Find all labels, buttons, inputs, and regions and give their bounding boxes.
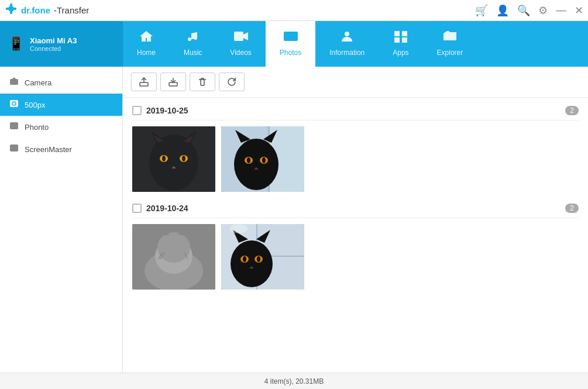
app-logo [5, 2, 18, 18]
tab-videos-label: Videos [230, 49, 251, 57]
svg-rect-16 [10, 100, 18, 107]
explorer-icon [442, 30, 458, 46]
tab-information[interactable]: Information [315, 21, 379, 67]
device-icon: 📱 [8, 36, 24, 51]
sidebar-item-phonto[interactable]: Phonto [0, 116, 122, 138]
svg-rect-22 [140, 82, 148, 86]
tab-home-label: Home [137, 49, 156, 57]
photo-thumb-3[interactable] [132, 224, 215, 290]
device-status: Connected [30, 45, 77, 52]
tab-videos[interactable]: Videos [216, 21, 265, 67]
photo-list: 2019-10-25 2 [123, 98, 588, 373]
svg-rect-10 [394, 31, 400, 36]
videos-icon [233, 30, 249, 46]
sidebar-item-screenmaster[interactable]: ScreenMaster [0, 138, 122, 160]
svg-point-9 [345, 32, 349, 36]
statusbar: 4 item(s), 20.31MB [0, 373, 588, 389]
nav-tabs: Home Music Videos [123, 21, 588, 67]
tab-home[interactable]: Home [123, 21, 170, 67]
status-text: 4 item(s), 20.31MB [264, 377, 324, 385]
date-label-2: 2019-10-24 [146, 204, 188, 213]
titlebar: dr.fone -Transfer 🛒 👤 🔍 ⚙ — ✕ [0, 0, 588, 21]
content: 2019-10-25 2 [123, 67, 588, 373]
import-button[interactable] [160, 73, 186, 91]
home-icon [139, 30, 154, 46]
svg-rect-5 [234, 32, 243, 41]
apps-icon [393, 30, 408, 46]
user-icon[interactable]: 👤 [496, 4, 509, 17]
sidebar-item-camera-label: Camera [25, 78, 51, 87]
device-panel: 📱 Xiaomi Mi A3 Connected [0, 21, 123, 67]
refresh-button[interactable] [219, 73, 245, 91]
svg-point-65 [243, 256, 246, 262]
svg-point-60 [231, 240, 273, 287]
500px-icon [9, 99, 19, 111]
main: Camera 500px Phonto [0, 67, 588, 373]
svg-rect-4 [9, 6, 13, 11]
app-title: -Transfer [54, 5, 89, 15]
svg-point-50 [157, 232, 190, 263]
device-name: Xiaomi Mi A3 [30, 36, 77, 45]
svg-rect-35 [132, 126, 215, 192]
svg-point-44 [247, 157, 250, 163]
svg-rect-7 [284, 32, 298, 41]
svg-rect-12 [394, 37, 400, 43]
sidebar-item-camera[interactable]: Camera [0, 71, 122, 94]
svg-marker-6 [243, 32, 248, 40]
sidebar-item-screenmaster-label: ScreenMaster [25, 145, 72, 154]
information-icon [339, 30, 355, 46]
date-checkbox-2[interactable] [132, 204, 142, 213]
camera-icon [9, 77, 19, 88]
photo-grid-2 [132, 224, 579, 290]
photos-icon [283, 30, 298, 46]
tab-information-label: Information [329, 49, 365, 57]
tab-music-label: Music [184, 49, 202, 57]
svg-point-68 [230, 224, 247, 233]
titlebar-right: 🛒 👤 🔍 ⚙ — ✕ [475, 4, 583, 17]
date-header-1: 2019-10-25 2 [132, 104, 579, 121]
date-group-1: 2019-10-25 2 [132, 104, 579, 192]
settings-icon[interactable]: ⚙ [538, 4, 548, 17]
close-button[interactable]: ✕ [575, 4, 583, 17]
music-icon [185, 30, 201, 46]
navbar: 📱 Xiaomi Mi A3 Connected Home Music [0, 21, 588, 67]
photo-thumb-2[interactable] [221, 126, 304, 192]
photo-thumb-4[interactable] [221, 224, 304, 290]
photo-grid-1 [132, 126, 579, 192]
date-header-left-2: 2019-10-24 [132, 204, 188, 213]
tab-photos[interactable]: Photos [266, 21, 315, 67]
sidebar: Camera 500px Phonto [0, 67, 123, 373]
cart-icon[interactable]: 🛒 [475, 4, 488, 17]
titlebar-left: dr.fone -Transfer [5, 2, 89, 18]
svg-point-66 [257, 256, 260, 262]
export-button[interactable] [131, 73, 157, 91]
tab-explorer-label: Explorer [437, 49, 463, 57]
date-header-2: 2019-10-24 2 [132, 201, 579, 218]
tab-apps[interactable]: Apps [379, 21, 422, 67]
brand-name: dr.fone [21, 5, 50, 15]
svg-point-45 [262, 157, 266, 163]
search-icon[interactable]: 🔍 [517, 4, 530, 17]
minimize-button[interactable]: — [556, 4, 566, 16]
sidebar-item-500px-label: 500px [25, 101, 45, 109]
screenmaster-icon [9, 143, 19, 155]
tab-music[interactable]: Music [170, 21, 216, 67]
tab-explorer[interactable]: Explorer [423, 21, 477, 67]
svg-rect-13 [402, 37, 407, 43]
date-label-1: 2019-10-25 [146, 106, 188, 115]
delete-button[interactable] [190, 73, 215, 91]
date-checkbox-1[interactable] [132, 106, 142, 115]
toolbar [123, 67, 588, 98]
svg-rect-18 [10, 122, 18, 129]
phonto-icon [9, 121, 19, 133]
svg-point-39 [234, 139, 278, 190]
sidebar-item-500px[interactable]: 500px [0, 94, 122, 116]
svg-rect-11 [402, 31, 407, 36]
sidebar-item-phonto-label: Phonto [25, 123, 49, 132]
tab-photos-label: Photos [280, 49, 301, 57]
date-group-2: 2019-10-24 2 [132, 201, 579, 290]
device-info: Xiaomi Mi A3 Connected [30, 36, 77, 52]
tab-apps-label: Apps [393, 49, 408, 57]
photo-thumb-1[interactable] [132, 126, 215, 192]
svg-rect-20 [10, 144, 18, 152]
